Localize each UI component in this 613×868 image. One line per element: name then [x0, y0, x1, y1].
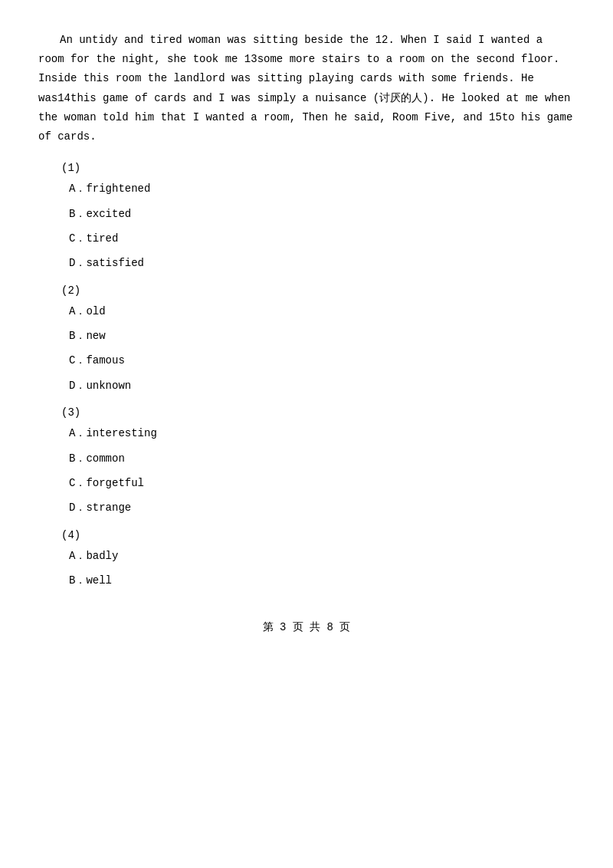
question-1-option-3[interactable]: C．tired [69, 230, 575, 247]
question-2-option-2[interactable]: B．new [69, 327, 575, 344]
question-number-1: (1) [61, 162, 575, 174]
page-footer: 第 3 页 共 8 页 [38, 620, 575, 634]
passage-text: An untidy and tired woman was sitting be… [38, 31, 575, 146]
question-3-option-2[interactable]: B．common [69, 450, 575, 467]
question-number-2: (2) [61, 284, 575, 297]
question-number-3: (3) [61, 406, 575, 419]
question-2-option-1[interactable]: A．old [69, 303, 575, 320]
question-1-option-2[interactable]: B．excited [69, 205, 575, 222]
question-3-option-4[interactable]: D．strange [69, 499, 575, 516]
question-number-4: (4) [61, 529, 575, 541]
question-3-option-1[interactable]: A．interesting [69, 425, 575, 442]
question-3-option-3[interactable]: C．forgetful [69, 475, 575, 492]
question-1-option-4[interactable]: D．satisfied [69, 255, 575, 271]
question-2-option-3[interactable]: C．famous [69, 352, 575, 369]
question-4-option-1[interactable]: A．badly [69, 547, 575, 564]
question-1-option-1[interactable]: A．frightened [69, 180, 575, 197]
question-4-option-2[interactable]: B．well [69, 572, 575, 589]
question-2-option-4[interactable]: D．unknown [69, 377, 575, 394]
